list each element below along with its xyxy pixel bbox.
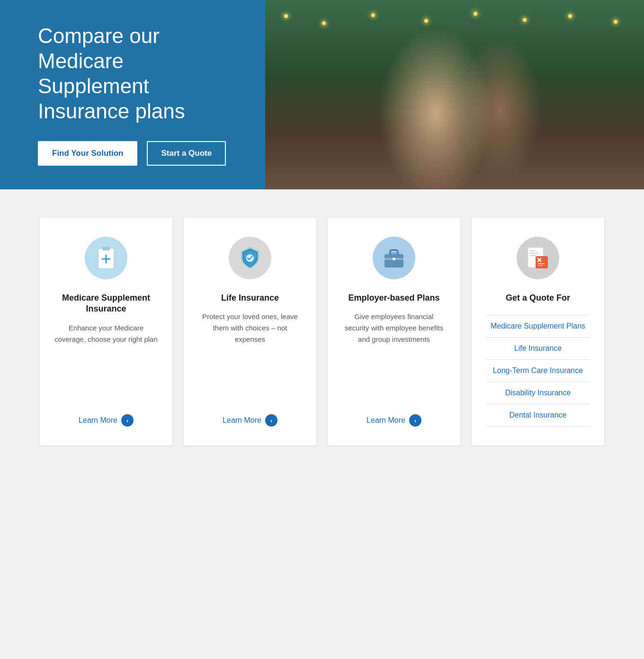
employer-learn-more-label: Learn More	[367, 416, 405, 425]
quote-links-list: Medicare Supplement Plans Life Insurance…	[486, 315, 590, 427]
life-learn-more-label: Learn More	[223, 416, 261, 425]
svg-rect-9	[388, 252, 400, 255]
calculator-icon	[525, 246, 551, 270]
life-learn-more-arrow: ›	[265, 414, 277, 427]
medicare-learn-more-arrow: ›	[121, 414, 134, 427]
employer-card-desc: Give employees financial security with e…	[342, 311, 446, 401]
svg-rect-6	[385, 254, 403, 267]
svg-rect-18	[538, 265, 543, 266]
employer-learn-more[interactable]: Learn More ›	[367, 414, 421, 427]
light-4	[424, 19, 428, 23]
card-employer: Employer-based Plans Give employees fina…	[328, 218, 460, 445]
life-learn-more[interactable]: Learn More ›	[223, 414, 277, 427]
svg-rect-1	[102, 247, 110, 250]
medicare-learn-more-label: Learn More	[79, 416, 117, 425]
svg-rect-13	[530, 255, 537, 256]
medicare-card-title: Medicare Supplement Insurance	[54, 293, 158, 315]
briefcase-icon	[382, 247, 406, 269]
light-7	[568, 14, 572, 18]
svg-point-8	[393, 258, 395, 260]
svg-rect-17	[538, 263, 545, 264]
hero-title: Compare our Medicare Supplement Insuranc…	[38, 24, 227, 124]
employer-learn-more-arrow: ›	[409, 414, 421, 427]
medicare-card-desc: Enhance your Medicare coverage, choose y…	[54, 322, 158, 401]
light-5	[474, 12, 477, 16]
quote-link-dental[interactable]: Dental Insurance	[486, 404, 590, 427]
quote-icon-wrap	[517, 237, 559, 279]
light-2	[322, 21, 326, 25]
quote-link-life[interactable]: Life Insurance	[486, 338, 590, 360]
employer-card-title: Employer-based Plans	[348, 293, 439, 303]
life-icon-wrap	[229, 237, 271, 279]
quote-card-title: Get a Quote For	[506, 293, 570, 303]
svg-rect-14	[536, 256, 548, 268]
hero-text-area: Compare our Medicare Supplement Insuranc…	[0, 0, 265, 189]
quote-link-disability[interactable]: Disability Insurance	[486, 382, 590, 404]
cards-section: Medicare Supplement Insurance Enhance yo…	[0, 189, 644, 474]
light-6	[523, 18, 527, 22]
life-card-desc: Protect your loved ones, leave them with…	[198, 311, 302, 401]
card-quote: Get a Quote For Medicare Supplement Plan…	[472, 218, 604, 445]
quote-link-medicare[interactable]: Medicare Supplement Plans	[486, 315, 590, 338]
medicare-icon-wrap	[85, 237, 127, 279]
card-life: Life Insurance Protect your loved ones, …	[184, 218, 316, 445]
hero-image	[265, 0, 644, 189]
light-1	[284, 14, 288, 18]
light-3	[371, 13, 375, 17]
life-card-title: Life Insurance	[221, 293, 279, 303]
hero-section: Compare our Medicare Supplement Insuranc…	[0, 0, 644, 189]
svg-rect-12	[530, 253, 538, 254]
clipboard-plus-icon	[95, 246, 117, 270]
employer-icon-wrap	[373, 237, 415, 279]
find-solution-button[interactable]: Find Your Solution	[38, 141, 137, 166]
start-quote-button[interactable]: Start a Quote	[147, 141, 226, 166]
hero-lights	[265, 5, 644, 33]
card-medicare: Medicare Supplement Insurance Enhance yo…	[40, 218, 172, 445]
svg-rect-11	[530, 250, 536, 251]
shield-check-icon	[238, 245, 262, 271]
hero-buttons: Find Your Solution Start a Quote	[38, 141, 227, 166]
light-8	[614, 20, 617, 24]
medicare-learn-more[interactable]: Learn More ›	[79, 414, 134, 427]
quote-link-ltc[interactable]: Long-Term Care Insurance	[486, 360, 590, 382]
